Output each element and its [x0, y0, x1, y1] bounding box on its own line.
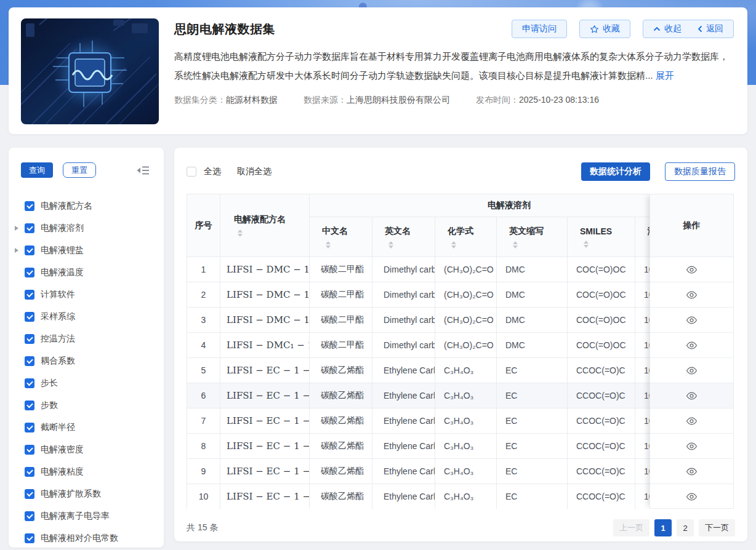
filter-item-电解液离子电导率[interactable]: 电解液离子电导率	[9, 505, 164, 527]
table-row[interactable]: 7LIFSI − EC − 1 − 10碳酸乙烯酯Ethylene Carbon…	[187, 409, 709, 434]
filter-item-电解液温度[interactable]: 电解液温度	[9, 261, 164, 284]
table-row[interactable]: 10LIFSI − EC − 1 − 5碳酸乙烯酯Ethylene Carbon…	[187, 484, 709, 509]
filter-item-耦合系数[interactable]: 耦合系数	[9, 350, 164, 372]
eye-icon[interactable]	[686, 492, 698, 501]
table-row[interactable]: 9LIFSI − EC − 1 − 5碳酸乙烯酯Ethylene Carbona…	[187, 459, 709, 484]
filter-checkbox[interactable]	[25, 533, 34, 543]
caret-sort-icon[interactable]	[388, 241, 393, 249]
filter-checkbox[interactable]	[25, 467, 34, 477]
apply-access-button[interactable]: 申请访问	[512, 20, 567, 38]
next-page-button[interactable]: 下一页	[699, 519, 735, 536]
cell-formula: LIFSI − EC − 1 − 10	[220, 434, 310, 459]
filter-checkbox[interactable]	[25, 489, 34, 499]
caret-sort-icon[interactable]	[326, 241, 331, 249]
favorite-button[interactable]: 收藏	[579, 20, 630, 38]
filter-item-电解液锂盐[interactable]: 电解液锂盐	[9, 239, 164, 261]
filter-item-截断半径[interactable]: 截断半径	[9, 416, 164, 439]
cell-cn: 碳酸乙烯酯	[310, 409, 372, 434]
page-button-2[interactable]: 2	[677, 519, 694, 536]
eye-icon[interactable]	[686, 391, 698, 401]
eye-icon[interactable]	[686, 366, 698, 375]
table-row[interactable]: 6LIFSI − EC − 1 − 3碳酸乙烯酯Ethylene Carbona…	[187, 383, 709, 409]
table-row[interactable]: 4LIFSI − DMC₁ − 10碳酸二甲酯Dimethyl carbonat…	[187, 333, 709, 358]
table-row[interactable]: 3LIFSI − DMC − 1 − 5碳酸二甲酯Dimethyl carbon…	[187, 308, 709, 333]
table-row[interactable]: 2LIFSI − DMC − 1 − 3碳酸二甲酯Dimethyl carbon…	[187, 282, 709, 308]
page-button-1[interactable]: 1	[654, 519, 672, 536]
collapse-button[interactable]: 收起	[653, 23, 682, 34]
cell-formula: LIFSI − EC − 1 − 5	[220, 459, 310, 484]
dataset-description: 高精度锂电池电解液配方分子动力学数据库旨在基于材料专用算力开发覆盖锂离子电池商用…	[174, 47, 734, 85]
eye-icon[interactable]	[686, 316, 698, 325]
filter-label: 控温方法	[41, 333, 75, 345]
eye-icon[interactable]	[686, 442, 698, 451]
filter-checkbox[interactable]	[25, 511, 34, 521]
quality-report-button[interactable]: 数据质量报告	[665, 162, 735, 181]
filter-item-采样系综[interactable]: 采样系综	[9, 306, 164, 328]
filter-item-电解液配方名[interactable]: 电解液配方名	[9, 195, 164, 217]
filter-checkbox[interactable]	[25, 401, 34, 410]
filter-item-步数[interactable]: 步数	[9, 394, 164, 416]
eye-icon[interactable]	[686, 416, 698, 426]
eye-icon[interactable]	[686, 265, 698, 274]
caret-sort-icon[interactable]	[513, 241, 518, 249]
column-header-formula[interactable]: 电解液配方名	[220, 194, 310, 257]
select-all-label[interactable]: 全选	[204, 166, 221, 177]
filter-item-控温方法[interactable]: 控温方法	[9, 328, 164, 350]
filter-label: 电解液密度	[41, 444, 84, 455]
cell-cn: 碳酸二甲酯	[310, 282, 372, 308]
meta-item: 数据来源：上海思朗科技股份有限公司	[304, 95, 450, 106]
filter-checkbox[interactable]	[25, 378, 34, 388]
cell-chem: (CH₃O)₂C=O	[435, 308, 497, 333]
table-row[interactable]: 1LIFSI − DMC − 1 − 3碳酸二甲酯Dimethyl carbon…	[187, 257, 709, 282]
filter-item-计算软件[interactable]: 计算软件	[9, 284, 164, 306]
filter-item-电解液扩散系数[interactable]: 电解液扩散系数	[9, 483, 164, 505]
filter-item-步长[interactable]: 步长	[9, 372, 164, 394]
indent-collapse-icon[interactable]	[137, 165, 150, 175]
caret-sort-icon[interactable]	[584, 241, 589, 248]
filter-label: 电解液温度	[41, 267, 84, 278]
stats-analysis-button[interactable]: 数据统计分析	[581, 162, 650, 181]
cell-abbr: DMC	[497, 333, 568, 358]
filter-checkbox[interactable]	[25, 201, 34, 211]
pagination: 上一页 12 下一页	[613, 519, 735, 536]
cell-smiles: CCOC(=O)C	[568, 484, 635, 509]
deselect-all-label[interactable]: 取消全选	[237, 166, 271, 177]
prev-page-button[interactable]: 上一页	[613, 519, 649, 536]
column-header-化学式[interactable]: 化学式	[435, 217, 497, 257]
filter-item-电解液粘度[interactable]: 电解液粘度	[9, 461, 164, 483]
filter-item-电解液溶剂[interactable]: 电解液溶剂	[9, 217, 164, 239]
caret-sort-icon[interactable]	[451, 241, 456, 249]
filter-checkbox[interactable]	[25, 290, 34, 300]
filter-checkbox[interactable]	[25, 245, 34, 255]
cell-cn: 碳酸二甲酯	[310, 308, 372, 333]
filter-checkbox[interactable]	[25, 445, 34, 455]
column-header-英文缩写[interactable]: 英文缩写	[497, 217, 568, 257]
eye-icon[interactable]	[686, 467, 698, 476]
reset-button[interactable]: 重置	[63, 162, 96, 178]
filter-item-电解液相对介电常数[interactable]: 电解液相对介电常数	[9, 527, 164, 549]
table-row[interactable]: 5LIFSI − EC − 1 − 3碳酸乙烯酯Ethylene Carbona…	[187, 358, 709, 383]
eye-icon[interactable]	[686, 290, 698, 300]
column-header-SMILES[interactable]: SMILES	[568, 217, 635, 257]
cell-en: Dimethyl carbonate	[372, 257, 435, 282]
eye-icon[interactable]	[686, 341, 698, 350]
table-row[interactable]: 8LIFSI − EC − 1 − 10碳酸乙烯酯Ethylene Carbon…	[187, 434, 709, 459]
query-button[interactable]: 查询	[21, 162, 53, 178]
filter-checkbox[interactable]	[25, 334, 34, 344]
filter-checkbox[interactable]	[25, 312, 34, 322]
filter-checkbox[interactable]	[25, 268, 34, 277]
expand-link[interactable]: 展开	[656, 70, 674, 81]
caret-sort-icon[interactable]	[238, 229, 243, 237]
select-all-checkbox[interactable]	[187, 167, 196, 177]
filter-checkbox[interactable]	[25, 356, 34, 366]
filter-checkbox[interactable]	[25, 223, 34, 233]
filter-checkbox[interactable]	[25, 423, 34, 432]
column-header-英文名[interactable]: 英文名	[372, 217, 435, 257]
cell-smiles: CCOC(=O)C	[568, 459, 635, 484]
filter-item-电解液密度[interactable]: 电解液密度	[9, 439, 164, 461]
caret-right-icon[interactable]	[15, 226, 25, 231]
back-button[interactable]: 返回	[698, 23, 723, 34]
caret-right-icon[interactable]	[15, 248, 25, 253]
cell-cn: 碳酸乙烯酯	[310, 383, 372, 409]
column-header-中文名[interactable]: 中文名	[310, 217, 372, 257]
